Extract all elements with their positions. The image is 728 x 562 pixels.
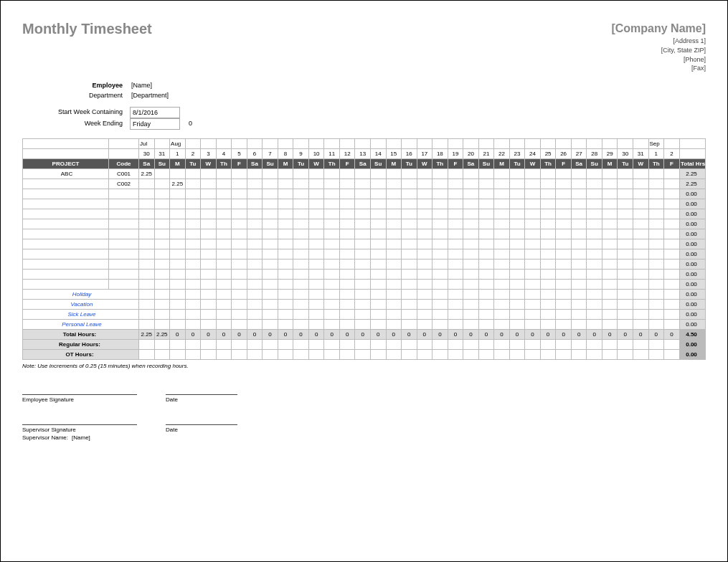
hours-cell[interactable] — [602, 280, 618, 290]
supervisor-name-value[interactable]: [Name] — [72, 434, 90, 441]
hours-cell[interactable] — [170, 239, 186, 249]
hours-cell[interactable] — [232, 249, 247, 259]
hours-cell[interactable] — [216, 280, 232, 290]
hours-cell[interactable] — [278, 290, 293, 300]
hours-cell[interactable] — [648, 239, 664, 249]
hours-cell[interactable] — [263, 239, 278, 249]
regular-cell[interactable] — [185, 340, 201, 350]
ot-cell[interactable] — [278, 350, 293, 360]
hours-cell[interactable] — [402, 189, 417, 199]
hours-cell[interactable] — [618, 239, 633, 249]
hours-cell[interactable] — [648, 300, 664, 310]
ot-cell[interactable] — [170, 350, 186, 360]
project-cell[interactable] — [23, 209, 109, 219]
hours-cell[interactable] — [139, 310, 155, 320]
hours-cell[interactable] — [664, 259, 680, 270]
ot-cell[interactable] — [448, 350, 463, 360]
hours-cell[interactable] — [571, 320, 587, 330]
ot-cell[interactable] — [402, 350, 417, 360]
hours-cell[interactable] — [417, 189, 432, 199]
hours-cell[interactable] — [263, 270, 278, 280]
hours-cell[interactable] — [154, 209, 170, 219]
hours-cell[interactable] — [556, 179, 572, 189]
project-cell[interactable] — [23, 280, 109, 290]
hours-cell[interactable] — [339, 280, 355, 290]
hours-cell[interactable] — [201, 300, 217, 310]
hours-cell[interactable] — [139, 229, 155, 239]
hours-cell[interactable] — [170, 320, 186, 330]
hours-cell[interactable] — [339, 249, 355, 259]
code-cell[interactable]: C001 — [109, 169, 139, 179]
hours-cell[interactable] — [448, 310, 463, 320]
hours-cell[interactable] — [478, 249, 494, 259]
project-cell[interactable] — [23, 219, 109, 229]
hours-cell[interactable] — [247, 169, 263, 179]
hours-cell[interactable] — [293, 169, 309, 179]
hours-cell[interactable] — [232, 310, 247, 320]
hours-cell[interactable] — [556, 280, 572, 290]
hours-cell[interactable] — [324, 239, 340, 249]
hours-cell[interactable] — [417, 219, 432, 229]
hours-cell[interactable] — [556, 320, 572, 330]
hours-cell[interactable] — [463, 239, 479, 249]
hours-cell[interactable] — [386, 209, 402, 219]
hours-cell[interactable] — [556, 259, 572, 270]
hours-cell[interactable] — [324, 209, 340, 219]
hours-cell[interactable] — [618, 209, 633, 219]
hours-cell[interactable] — [185, 320, 201, 330]
hours-cell[interactable] — [278, 229, 293, 239]
hours-cell[interactable] — [185, 169, 201, 179]
hours-cell[interactable] — [463, 300, 479, 310]
hours-cell[interactable] — [185, 229, 201, 239]
hours-cell[interactable]: 2.25 — [139, 169, 155, 179]
hours-cell[interactable] — [602, 199, 618, 209]
hours-cell[interactable] — [494, 280, 510, 290]
code-cell[interactable] — [109, 229, 139, 239]
hours-cell[interactable] — [355, 270, 371, 280]
hours-cell[interactable] — [602, 179, 618, 189]
hours-cell[interactable] — [602, 290, 618, 300]
hours-cell[interactable] — [308, 199, 324, 209]
hours-cell[interactable] — [247, 270, 263, 280]
hours-cell[interactable] — [263, 219, 278, 229]
hours-cell[interactable] — [664, 239, 680, 249]
hours-cell[interactable] — [386, 290, 402, 300]
hours-cell[interactable] — [154, 229, 170, 239]
hours-cell[interactable] — [633, 280, 649, 290]
hours-cell[interactable] — [308, 209, 324, 219]
hours-cell[interactable] — [278, 280, 293, 290]
hours-cell[interactable] — [247, 249, 263, 259]
hours-cell[interactable] — [185, 249, 201, 259]
hours-cell[interactable] — [386, 199, 402, 209]
regular-cell[interactable] — [417, 340, 432, 350]
hours-cell[interactable] — [602, 239, 618, 249]
hours-cell[interactable] — [402, 239, 417, 249]
hours-cell[interactable] — [232, 259, 247, 270]
hours-cell[interactable] — [139, 290, 155, 300]
hours-cell[interactable] — [432, 259, 448, 270]
hours-cell[interactable] — [478, 209, 494, 219]
hours-cell[interactable] — [478, 290, 494, 300]
hours-cell[interactable] — [370, 169, 386, 179]
hours-cell[interactable] — [494, 239, 510, 249]
hours-cell[interactable] — [417, 259, 432, 270]
hours-cell[interactable] — [432, 209, 448, 219]
hours-cell[interactable] — [278, 209, 293, 219]
regular-cell[interactable] — [478, 340, 494, 350]
hours-cell[interactable] — [432, 280, 448, 290]
hours-cell[interactable] — [602, 189, 618, 199]
hours-cell[interactable] — [602, 320, 618, 330]
ot-cell[interactable] — [463, 350, 479, 360]
supervisor-signature-line[interactable] — [22, 424, 137, 425]
hours-cell[interactable] — [308, 169, 324, 179]
hours-cell[interactable] — [494, 199, 510, 209]
hours-cell[interactable] — [432, 270, 448, 280]
hours-cell[interactable] — [293, 310, 309, 320]
hours-cell[interactable] — [602, 259, 618, 270]
hours-cell[interactable] — [571, 280, 587, 290]
regular-cell[interactable] — [139, 340, 155, 350]
hours-cell[interactable] — [587, 189, 602, 199]
hours-cell[interactable] — [370, 229, 386, 239]
hours-cell[interactable] — [247, 239, 263, 249]
ot-cell[interactable] — [540, 350, 556, 360]
